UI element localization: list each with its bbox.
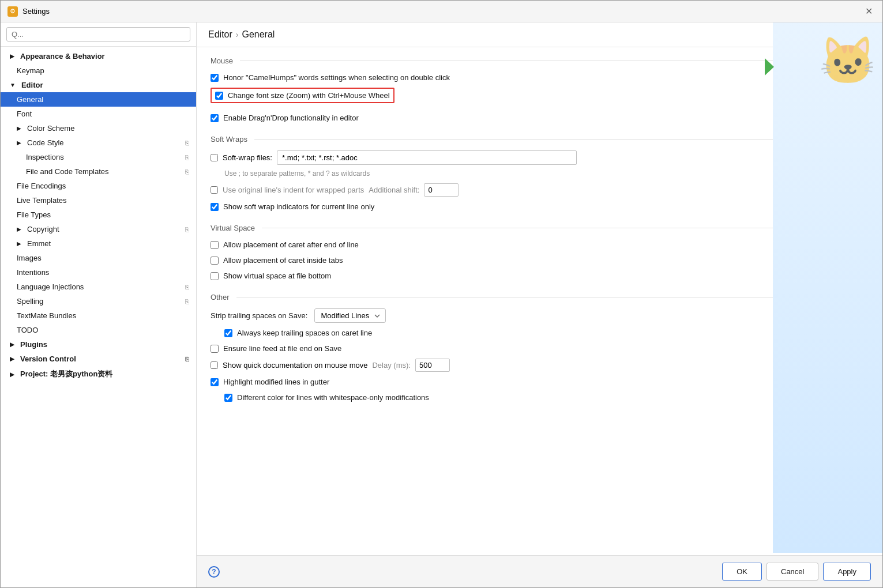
sidebar-item-textmate[interactable]: TextMate Bundles — [1, 308, 196, 323]
highlighted-row-font-zoom: Change font size (Zoom) with Ctrl+Mouse … — [211, 88, 394, 103]
section-title-other: Other — [211, 293, 869, 301]
checkbox-virtual-bottom[interactable] — [211, 272, 219, 280]
sidebar-item-editor[interactable]: ▼ Editor — [1, 78, 196, 92]
label-show-indicators[interactable]: Show soft wrap indicators for current li… — [223, 202, 374, 211]
chevron-right-icon: ▶ — [10, 53, 14, 59]
sidebar-item-copyright[interactable]: ▶ Copyright ⎘ — [1, 222, 196, 236]
additional-shift-input[interactable] — [424, 183, 459, 197]
main-content: ▶ Appearance & Behavior Keymap ▼ Editor — [1, 22, 882, 587]
search-bar — [1, 22, 196, 47]
sidebar-item-color-scheme[interactable]: ▶ Color Scheme — [1, 121, 196, 135]
chevron-right-icon-codestyle: ▶ — [17, 140, 21, 146]
copy-icon-spelling: ⎘ — [185, 298, 189, 305]
help-button[interactable]: ? — [208, 566, 220, 578]
chevron-right-icon-project: ▶ — [10, 371, 14, 378]
apply-button[interactable]: Apply — [823, 563, 871, 581]
label-soft-wrap-files[interactable]: Soft-wrap files: — [223, 153, 272, 162]
sidebar-item-todo[interactable]: TODO — [1, 323, 196, 337]
strip-trailing-label: Strip trailing spaces on Save: — [211, 311, 307, 320]
setting-caret-tabs: Allow placement of caret inside tabs — [211, 255, 869, 266]
sidebar-item-inspections[interactable]: Inspections ⎘ — [1, 150, 196, 164]
setting-show-indicators: Show soft wrap indicators for current li… — [211, 201, 869, 212]
title-bar: ⚙ Settings ✕ — [1, 1, 882, 22]
change-font-zoom-wrapper: Change font size (Zoom) with Ctrl+Mouse … — [211, 88, 869, 108]
label-highlight-modified[interactable]: Highlight modified lines in gutter — [223, 378, 329, 386]
bottom-bar: ? OK Cancel Apply — [197, 555, 882, 587]
sidebar-item-file-encodings[interactable]: File Encodings — [1, 179, 196, 193]
sidebar-item-emmet[interactable]: ▶ Emmet — [1, 236, 196, 251]
setting-different-color: Different color for lines with whitespac… — [224, 392, 869, 403]
content-area: Editor › General Reset Mouse Honor "Came… — [197, 22, 882, 587]
soft-wrap-files-row: Soft-wrap files: — [211, 150, 869, 165]
label-camel-humps[interactable]: Honor "CamelHumps" words settings when s… — [223, 73, 450, 82]
title-bar-left: ⚙ Settings — [7, 6, 50, 17]
window-title: Settings — [22, 7, 50, 16]
checkbox-soft-wrap-files[interactable] — [211, 154, 218, 161]
checkbox-different-color[interactable] — [224, 394, 232, 402]
setting-virtual-bottom: Show virtual space at file bottom — [211, 270, 869, 281]
checkbox-show-indicators[interactable] — [211, 203, 219, 211]
sidebar-item-project[interactable]: ▶ Project: 老男孩python资料 — [1, 366, 196, 382]
section-soft-wraps: Soft Wraps Soft-wrap files: Use ; to sep… — [211, 135, 869, 212]
sidebar-item-language-injections[interactable]: Language Injections ⎘ — [1, 280, 196, 294]
sidebar-item-appearance[interactable]: ▶ Appearance & Behavior — [1, 49, 196, 63]
chevron-right-icon-plugins: ▶ — [10, 341, 14, 348]
label-drag-drop[interactable]: Enable Drag'n'Drop functionality in edit… — [223, 114, 359, 122]
label-virtual-bottom[interactable]: Show virtual space at file bottom — [223, 272, 331, 280]
content-scroll: Mouse Honor "CamelHumps" words settings … — [197, 47, 882, 555]
checkbox-caret-end[interactable] — [211, 241, 219, 249]
sidebar-item-spelling[interactable]: Spelling ⎘ — [1, 294, 196, 308]
sidebar-item-intentions[interactable]: Intentions — [1, 265, 196, 280]
sidebar-item-font[interactable]: Font — [1, 107, 196, 121]
checkbox-font-zoom[interactable] — [215, 92, 223, 100]
sidebar-item-file-code-templates[interactable]: File and Code Templates ⎘ — [1, 164, 196, 179]
close-button[interactable]: ✕ — [862, 5, 876, 18]
content-header: Editor › General Reset — [197, 22, 882, 47]
sidebar-item-keymap[interactable]: Keymap — [1, 63, 196, 78]
copy-icon-inspections: ⎘ — [185, 154, 189, 161]
checkbox-quick-doc[interactable] — [211, 361, 218, 369]
search-input[interactable] — [6, 27, 190, 42]
section-other: Other Strip trailing spaces on Save: Non… — [211, 293, 869, 403]
sidebar: ▶ Appearance & Behavior Keymap ▼ Editor — [1, 22, 197, 587]
setting-line-feed: Ensure line feed at file end on Save — [211, 343, 869, 354]
sidebar-item-version-control[interactable]: ▶ Version Control ⎘ — [1, 352, 196, 366]
label-quick-doc[interactable]: Show quick documentation on mouse move — [223, 361, 367, 370]
breadcrumb: Editor › General — [208, 29, 275, 40]
breadcrumb-child: General — [242, 29, 275, 40]
cancel-button[interactable]: Cancel — [766, 563, 818, 581]
soft-wrap-files-input[interactable] — [277, 150, 577, 165]
checkbox-line-feed[interactable] — [211, 345, 219, 353]
checkbox-caret-tabs[interactable] — [211, 257, 219, 265]
copy-icon-lang-inject: ⎘ — [185, 284, 189, 291]
checkbox-original-indent[interactable] — [211, 186, 218, 194]
sidebar-item-images[interactable]: Images — [1, 251, 196, 265]
sidebar-item-file-types[interactable]: File Types — [1, 208, 196, 222]
reset-button[interactable]: Reset — [851, 31, 871, 39]
checkbox-drag-drop[interactable] — [211, 114, 219, 122]
label-caret-tabs[interactable]: Allow placement of caret inside tabs — [223, 256, 343, 265]
label-font-zoom[interactable]: Change font size (Zoom) with Ctrl+Mouse … — [228, 91, 390, 100]
sidebar-item-code-style[interactable]: ▶ Code Style ⎘ — [1, 135, 196, 150]
ok-button[interactable]: OK — [722, 563, 762, 581]
label-line-feed[interactable]: Ensure line feed at file end on Save — [223, 344, 341, 353]
copy-icon-file-code-templates: ⎘ — [185, 168, 189, 175]
sidebar-item-live-templates[interactable]: Live Templates — [1, 193, 196, 208]
checkbox-camel-humps[interactable] — [211, 74, 219, 82]
delay-input[interactable] — [415, 359, 450, 372]
section-virtual-space: Virtual Space Allow placement of caret a… — [211, 224, 869, 281]
section-title-virtual-space: Virtual Space — [211, 224, 869, 232]
sidebar-item-plugins[interactable]: ▶ Plugins — [1, 337, 196, 352]
label-caret-end[interactable]: Allow placement of caret after end of li… — [223, 240, 359, 249]
checkbox-keep-trailing[interactable] — [224, 329, 232, 337]
label-keep-trailing[interactable]: Always keep trailing spaces on caret lin… — [237, 329, 372, 337]
setting-camel-humps: Honor "CamelHumps" words settings when s… — [211, 72, 869, 83]
label-different-color[interactable]: Different color for lines with whitespac… — [237, 393, 429, 402]
checkbox-highlight-modified[interactable] — [211, 378, 219, 386]
sidebar-item-general[interactable]: General — [1, 92, 196, 107]
setting-caret-end: Allow placement of caret after end of li… — [211, 239, 869, 250]
soft-wrap-hint: Use ; to separate patterns, * and ? as w… — [224, 169, 869, 178]
strip-trailing-select[interactable]: None Leading All Modified Lines — [314, 308, 386, 323]
label-original-indent[interactable]: Use original line's indent for wrapped p… — [223, 186, 364, 194]
chevron-right-icon-emmet: ▶ — [17, 240, 21, 247]
